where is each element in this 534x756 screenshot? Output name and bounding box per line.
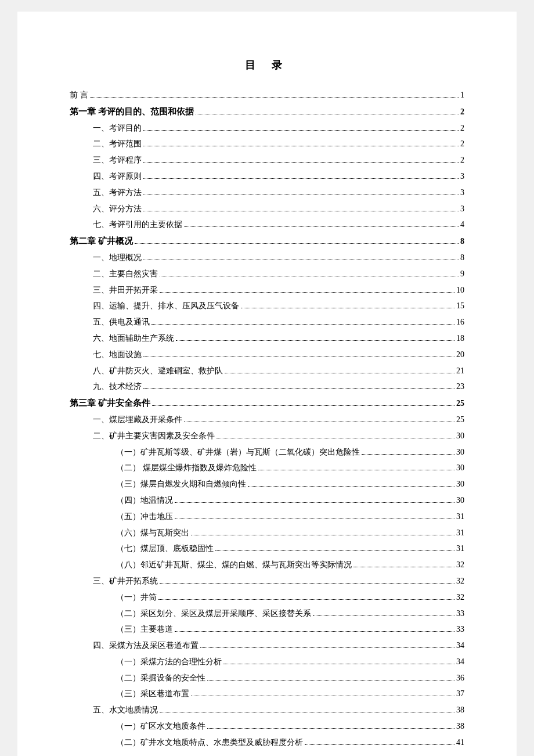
toc-page: 4 bbox=[460, 218, 464, 232]
toc-entry: 第一章 考评的目的、范围和依据2 bbox=[70, 105, 464, 119]
toc-label: （二） 煤层煤尘爆炸指数及爆炸危险性 bbox=[116, 461, 257, 475]
toc-page: 37 bbox=[456, 687, 464, 701]
toc-label: 前 言 bbox=[70, 88, 88, 102]
toc-label: 一、考评目的 bbox=[93, 121, 142, 135]
toc-dots bbox=[152, 405, 454, 406]
toc-label: （七）煤层顶、底板稳固性 bbox=[116, 542, 214, 556]
toc-dots bbox=[191, 535, 454, 535]
toc-label: 一、煤层埋藏及开采条件 bbox=[93, 413, 182, 427]
toc-entry: 一、地理概况8 bbox=[70, 251, 464, 265]
toc-dots bbox=[143, 260, 459, 260]
toc-page: 30 bbox=[456, 477, 464, 491]
toc-label: 五、考评方法 bbox=[93, 186, 142, 200]
page: 目 录 前 言1第一章 考评的目的、范围和依据2一、考评目的2二、考评范围2三、… bbox=[17, 12, 517, 756]
toc-dots bbox=[207, 680, 454, 681]
toc-entry: （七）煤层顶、底板稳固性31 bbox=[70, 542, 464, 556]
toc-entry: 第三章 矿井安全条件25 bbox=[70, 396, 464, 411]
toc-entry: 八、矿井防灭火、避难硐室、救护队21 bbox=[70, 364, 464, 378]
toc-page: 2 bbox=[460, 137, 464, 151]
toc-entry: 四、运输、提升、排水、压风及压气设备15 bbox=[70, 299, 464, 313]
toc-page: 32 bbox=[456, 558, 464, 572]
toc-entry: （二）采区划分、采区及煤层开采顺序、采区接替关系33 bbox=[70, 607, 464, 621]
toc-entry: （一）采煤方法的合理性分析34 bbox=[70, 655, 464, 669]
toc-label: （八）邻近矿井瓦斯、煤尘、煤的自燃、煤与瓦斯突出等实际情况 bbox=[116, 558, 352, 572]
toc-entry: （三）采区巷道布置37 bbox=[70, 687, 464, 701]
toc-dots bbox=[143, 195, 459, 195]
toc-label: 二、考评范围 bbox=[93, 137, 142, 151]
toc-page: 30 bbox=[456, 494, 464, 507]
toc-label: （一）采煤方法的合理性分析 bbox=[116, 655, 222, 669]
toc-dots bbox=[353, 567, 454, 567]
toc-dots bbox=[223, 664, 454, 664]
toc-entry: 三、矿井开拓系统32 bbox=[70, 574, 464, 588]
toc-dots bbox=[175, 502, 454, 503]
toc-page: 31 bbox=[456, 542, 464, 556]
toc-page: 33 bbox=[456, 622, 464, 636]
toc-page: 8 bbox=[460, 235, 464, 249]
toc-entry: （二） 煤层煤尘爆炸指数及爆炸危险性30 bbox=[70, 461, 464, 475]
toc-page: 30 bbox=[456, 445, 464, 459]
toc-page: 30 bbox=[456, 461, 464, 475]
toc-page: 25 bbox=[456, 397, 464, 411]
toc-entry: 九、技术经济23 bbox=[70, 380, 464, 394]
toc-dots bbox=[258, 470, 455, 470]
toc-label: 六、评分方法 bbox=[93, 202, 142, 216]
toc-container: 前 言1第一章 考评的目的、范围和依据2一、考评目的2二、考评范围2三、考评程序… bbox=[70, 88, 464, 750]
toc-entry: 二、主要自然灾害9 bbox=[70, 267, 464, 281]
toc-page: 31 bbox=[456, 526, 464, 540]
toc-page: 2 bbox=[460, 153, 464, 167]
toc-label: 二、矿井主要灾害因素及安全条件 bbox=[93, 429, 215, 443]
toc-label: 三、井田开拓开采 bbox=[93, 283, 158, 297]
toc-label: （二）矿井水文地质特点、水患类型及威胁程度分析 bbox=[116, 736, 303, 750]
toc-dots bbox=[90, 97, 459, 98]
toc-page: 30 bbox=[456, 429, 464, 443]
toc-dots bbox=[305, 744, 454, 745]
toc-page: 33 bbox=[456, 607, 464, 621]
toc-entry: 六、地面辅助生产系统18 bbox=[70, 332, 464, 345]
toc-entry: 三、考评程序2 bbox=[70, 153, 464, 167]
toc-dots bbox=[207, 728, 454, 729]
toc-label: 三、考评程序 bbox=[93, 153, 142, 167]
toc-entry: （一）矿井瓦斯等级、矿井煤（岩）与瓦斯（二氧化碳）突出危险性30 bbox=[70, 445, 464, 459]
toc-label: （五）冲击地压 bbox=[116, 510, 173, 524]
toc-dots bbox=[160, 712, 454, 712]
toc-page: 3 bbox=[460, 202, 464, 216]
toc-dots bbox=[143, 388, 454, 389]
toc-label: 七、地面设施 bbox=[93, 348, 142, 362]
toc-entry: 二、考评范围2 bbox=[70, 137, 464, 151]
toc-dots bbox=[175, 519, 454, 519]
toc-dots bbox=[241, 308, 454, 308]
toc-page: 15 bbox=[456, 299, 464, 313]
toc-entry: 五、考评方法3 bbox=[70, 186, 464, 200]
toc-dots bbox=[160, 583, 454, 584]
toc-page: 25 bbox=[456, 413, 464, 427]
toc-label: 一、地理概况 bbox=[93, 251, 142, 265]
toc-dots bbox=[151, 324, 454, 325]
toc-label: （一）矿区水文地质条件 bbox=[116, 719, 205, 733]
toc-entry: 七、考评引用的主要依据4 bbox=[70, 218, 464, 232]
toc-entry: 一、煤层埋藏及开采条件25 bbox=[70, 413, 464, 427]
toc-page: 34 bbox=[456, 639, 464, 653]
toc-dots bbox=[160, 292, 454, 293]
toc-dots bbox=[135, 243, 459, 244]
toc-entry: （三）主要巷道33 bbox=[70, 622, 464, 636]
toc-label: （二）采掘设备的安全性 bbox=[116, 671, 205, 685]
toc-label: （二）采区划分、采区及煤层开采顺序、采区接替关系 bbox=[116, 607, 311, 621]
toc-dots bbox=[143, 146, 459, 146]
toc-page: 8 bbox=[460, 251, 464, 265]
toc-dots bbox=[200, 647, 454, 648]
toc-entry: （二）矿井水文地质特点、水患类型及威胁程度分析41 bbox=[70, 736, 464, 750]
toc-label: 第一章 考评的目的、范围和依据 bbox=[70, 105, 194, 119]
toc-label: （三）煤层自燃发火期和自燃倾向性 bbox=[116, 477, 246, 491]
toc-label: 第二章 矿井概况 bbox=[70, 234, 133, 249]
toc-entry: 一、考评目的2 bbox=[70, 121, 464, 135]
toc-entry: 前 言1 bbox=[70, 88, 464, 102]
toc-dots bbox=[362, 454, 454, 455]
toc-dots bbox=[158, 599, 454, 600]
toc-entry: 第二章 矿井概况8 bbox=[70, 234, 464, 249]
page-title: 目 录 bbox=[70, 58, 464, 72]
toc-page: 31 bbox=[456, 510, 464, 524]
toc-label: （三）主要巷道 bbox=[116, 622, 173, 636]
toc-page: 20 bbox=[456, 348, 464, 362]
toc-label: 四、运输、提升、排水、压风及压气设备 bbox=[93, 299, 239, 313]
